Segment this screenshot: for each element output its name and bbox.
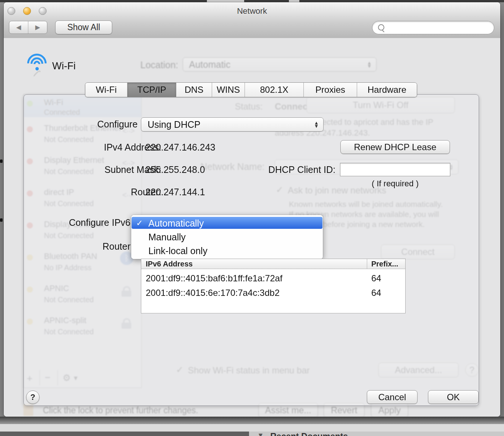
column-divider <box>367 259 367 269</box>
tab-proxies[interactable]: Proxies <box>304 83 357 97</box>
window-title: Network <box>4 6 500 16</box>
col-header-ipv6-address: IPv6 Address <box>146 260 193 268</box>
desktop-artifact <box>0 159 3 163</box>
background-dark-bar <box>0 432 249 436</box>
desktop: Network ◀ ▶ Show All Location: Automat <box>0 0 504 436</box>
disclosure-triangle-icon: ▼ <box>257 432 264 436</box>
configure-ipv6-menu: ✓ Automatically Manually Link-local only <box>131 215 323 259</box>
table-row-address[interactable]: 2001:df9::4015:6e:170:7a4c:3db2 <box>146 288 280 298</box>
wifi-icon <box>26 54 48 73</box>
recent-documents-label: Recent Documents <box>270 432 348 436</box>
forward-button[interactable]: ▶ <box>28 21 47 34</box>
menu-item-link-local[interactable]: Link-local only <box>148 246 207 256</box>
table-row-address[interactable]: 2001:df9::4015:baf6:b1ff:fe1a:72af <box>146 273 283 284</box>
ipv6-router-label: Router <box>34 241 130 252</box>
preference-pane-body: Location: Automatic ▲▼ Wi-Fi Connected T… <box>4 38 500 417</box>
configure-ipv4-value: Using DHCP <box>148 119 201 130</box>
table-row-prefix[interactable]: 64 <box>371 288 381 298</box>
nav-back-forward: ◀ ▶ <box>9 21 47 34</box>
advanced-sheet: Wi-Fi Wi-Fi TCP/IP DNS WINS 802.1X Proxi… <box>4 38 500 417</box>
tab-tcpip[interactable]: TCP/IP <box>127 83 176 97</box>
menu-check-icon: ✓ <box>136 218 143 228</box>
window-shadow <box>0 417 504 424</box>
table-row-prefix[interactable]: 64 <box>371 273 381 284</box>
cancel-button[interactable]: Cancel <box>367 390 418 404</box>
back-button[interactable]: ◀ <box>9 21 28 34</box>
table-header: IPv6 Address Prefix... <box>141 259 405 269</box>
desktop-artifact <box>0 218 3 222</box>
sheet-service-title: Wi-Fi <box>52 60 76 72</box>
configure-ipv4-popup[interactable]: Using DHCP ▲▼ <box>141 117 324 132</box>
forward-icon: ▶ <box>35 23 40 31</box>
dhcp-client-id-label: DHCP Client ID: <box>242 164 336 175</box>
tab-dns[interactable]: DNS <box>176 83 212 97</box>
back-icon: ◀ <box>16 23 21 31</box>
ok-button[interactable]: OK <box>428 390 479 404</box>
tab-bar: Wi-Fi TCP/IP DNS WINS 802.1X Proxies Har… <box>85 82 417 97</box>
dhcp-client-id-field[interactable] <box>340 163 450 176</box>
search-field[interactable] <box>372 21 494 34</box>
popup-arrows-icon: ▲▼ <box>314 121 319 128</box>
if-required-caption: ( If required ) <box>340 179 450 189</box>
tab-8021x[interactable]: 802.1X <box>245 83 304 97</box>
background-menu-row: ▼ Recent Documents <box>0 432 504 436</box>
tab-hardware[interactable]: Hardware <box>357 83 417 97</box>
renew-dhcp-lease-button[interactable]: Renew DHCP Lease <box>340 140 450 154</box>
configure-ipv6-label: Configure IPv6 <box>34 217 130 228</box>
col-header-prefix: Prefix... <box>371 260 398 268</box>
subnet-mask-value: 255.255.248.0 <box>145 164 205 175</box>
search-icon <box>378 24 384 31</box>
router-value: 220.247.144.1 <box>145 187 205 198</box>
network-preferences-window: Network ◀ ▶ Show All Location: Automat <box>4 2 500 417</box>
menu-item-automatically[interactable]: Automatically <box>148 218 204 229</box>
ipv6-address-table: IPv6 Address Prefix... 2001:df9::4015:ba… <box>141 259 406 313</box>
show-all-button[interactable]: Show All <box>55 20 112 34</box>
tab-wifi[interactable]: Wi-Fi <box>85 83 127 97</box>
ipv4-address-value: 220.247.146.243 <box>145 142 215 153</box>
tab-wins[interactable]: WINS <box>212 83 245 97</box>
title-bar: Network ◀ ▶ Show All <box>4 2 500 38</box>
help-button[interactable]: ? <box>26 391 40 404</box>
search-input[interactable] <box>386 22 492 33</box>
menu-item-manually[interactable]: Manually <box>148 232 186 243</box>
background-band <box>0 424 504 432</box>
